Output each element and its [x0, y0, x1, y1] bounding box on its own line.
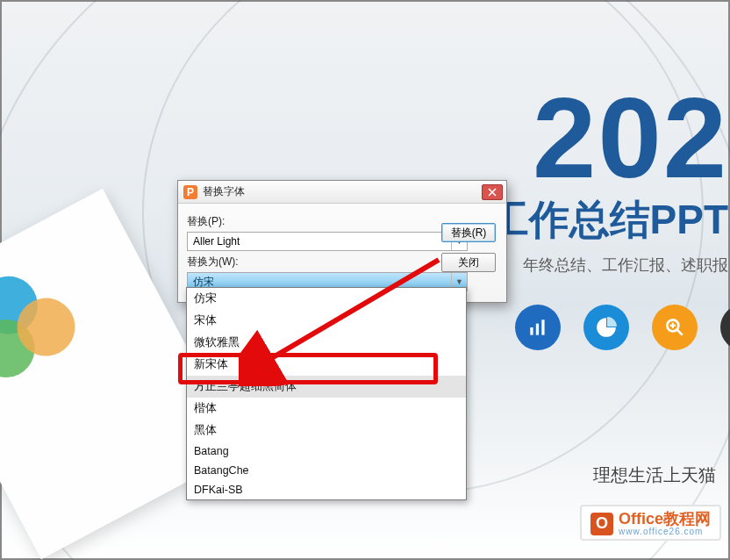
- slide-year: 202: [533, 81, 728, 195]
- replace-button[interactable]: 替换(R): [441, 223, 496, 242]
- slide-subtext: 年终总结、工作汇报、述职报: [523, 255, 728, 276]
- svg-line-4: [676, 329, 683, 335]
- dialog-close-button[interactable]: [482, 184, 503, 200]
- chart-circle-icon: [515, 305, 561, 350]
- font-option[interactable]: 新宋体: [187, 354, 466, 376]
- logo-brand: Office教程网: [619, 511, 711, 528]
- svg-rect-0: [530, 327, 533, 335]
- svg-rect-2: [541, 319, 544, 334]
- slide-canvas: 202 工作总结PPT 年终总结、工作汇报、述职报 理想生活上天猫 O Offi…: [0, 0, 730, 560]
- logo-url: www.office26.com: [619, 528, 711, 537]
- watermark-logo: O Office教程网 www.office26.com: [580, 505, 721, 541]
- font-option[interactable]: Batang: [187, 442, 466, 461]
- replace-font-value: Aller Light: [193, 235, 240, 248]
- app-icon: P: [183, 185, 197, 199]
- svg-rect-1: [536, 324, 539, 335]
- font-option[interactable]: 宋体: [187, 310, 466, 332]
- dialog-titlebar[interactable]: P 替换字体: [178, 181, 506, 204]
- icon-row: [515, 305, 730, 350]
- font-option[interactable]: BatangChe: [187, 461, 466, 480]
- dialog-title: 替换字体: [203, 184, 476, 199]
- menu-circle-icon: [720, 305, 730, 350]
- font-option[interactable]: 方正兰亭超细黑简体: [187, 376, 466, 398]
- tagline-text: 理想生活上天猫: [593, 463, 716, 487]
- replace-font-combo[interactable]: Aller Light ▼: [187, 232, 468, 251]
- font-option[interactable]: DFKai-SB: [187, 480, 466, 499]
- replace-font-dialog: P 替换字体 替换(P): Aller Light ▼ 替换为(W): 仿宋 ▼…: [177, 180, 507, 303]
- font-option[interactable]: 楷体: [187, 398, 466, 420]
- slide-title: 工作总结PPT: [489, 193, 728, 248]
- zoom-circle-icon: [652, 305, 698, 350]
- close-button[interactable]: 关闭: [441, 253, 496, 272]
- pie-circle-icon: [583, 305, 629, 350]
- logo-mark-icon: O: [590, 513, 613, 535]
- venn-diagram-icon: [0, 255, 92, 397]
- font-option[interactable]: 微软雅黑: [187, 332, 466, 354]
- font-option[interactable]: 仿宋: [187, 288, 466, 310]
- font-dropdown-list[interactable]: 仿宋宋体微软雅黑新宋体方正兰亭超细黑简体楷体黑体BatangBatangCheD…: [186, 287, 467, 500]
- font-option[interactable]: 黑体: [187, 420, 466, 442]
